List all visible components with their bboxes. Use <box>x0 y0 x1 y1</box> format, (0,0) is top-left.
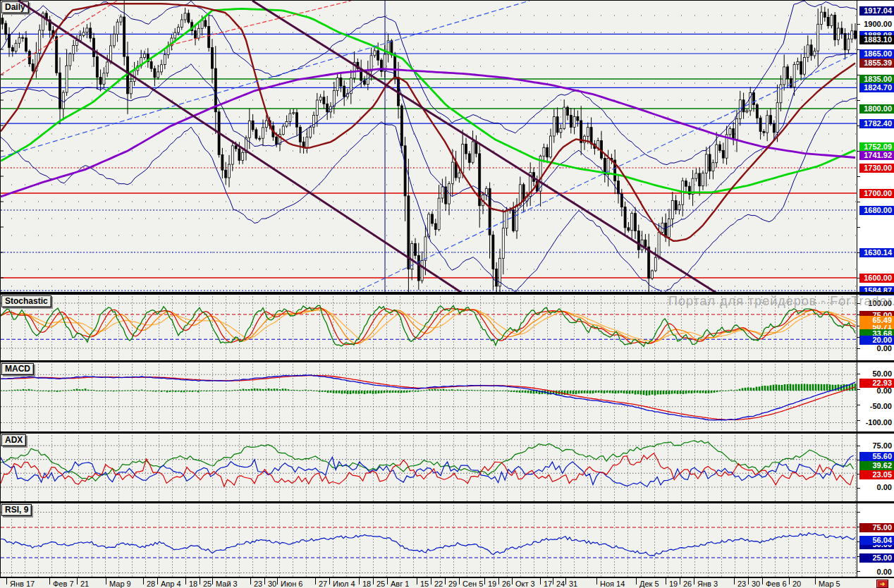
macd-histogram-bar <box>745 388 747 391</box>
watermark: Портал для трейдеров - ForTrader.ru <box>668 294 894 309</box>
time-axis-tick <box>200 578 200 584</box>
macd-histogram-bar <box>56 391 59 392</box>
candle-body <box>441 187 443 198</box>
time-axis-label: 15 <box>420 580 429 588</box>
macd-histogram-bar <box>440 389 442 391</box>
candle-body <box>611 158 613 160</box>
rsi-title[interactable]: RSI, 9 <box>1 504 32 516</box>
macd-histogram-bar <box>510 391 513 392</box>
candle-body <box>310 127 312 137</box>
candle-body <box>282 126 284 134</box>
macd-histogram-bar <box>389 391 391 393</box>
axis-scale-label: 1900.00 <box>859 20 894 29</box>
chart-timeframe-label[interactable]: Daily <box>1 1 29 13</box>
macd-histogram-bar <box>564 391 566 395</box>
macd-histogram-bar <box>697 391 699 393</box>
macd-histogram-bar <box>372 391 374 394</box>
macd-histogram-bar <box>598 391 600 393</box>
stochastic-title[interactable]: Stochastic <box>1 295 51 307</box>
candle-body <box>448 184 451 204</box>
candle-body <box>82 32 85 36</box>
macd-histogram-bar <box>587 391 589 393</box>
macd-histogram-bar <box>302 390 304 391</box>
candle-body <box>204 20 207 27</box>
candle-body <box>570 116 572 128</box>
candle-body <box>350 78 352 94</box>
candle-body <box>516 205 518 231</box>
macd-histogram-bar <box>632 391 634 393</box>
macd-histogram-bar <box>612 391 614 393</box>
candle-body <box>62 92 64 109</box>
macd-histogram-bar <box>76 388 78 391</box>
macd-histogram-bar <box>756 387 758 391</box>
candle-body <box>279 134 281 144</box>
macd-histogram-bar <box>110 391 112 391</box>
macd-histogram-bar <box>124 391 126 391</box>
rsi-panel[interactable]: RSI, 9 <box>0 503 857 577</box>
candle-body <box>560 128 562 132</box>
axis-scale-label: 0.00 <box>859 568 894 577</box>
macd-histogram-bar <box>234 390 236 391</box>
candle-body <box>756 105 758 118</box>
price-level-label: 1730.00 <box>859 164 894 173</box>
candle-body <box>424 237 427 260</box>
candle-body <box>584 136 586 142</box>
macd-histogram-bar <box>307 391 310 391</box>
time-axis-tick <box>694 578 694 584</box>
time-axis-tick <box>49 578 50 584</box>
macd-histogram-bar <box>203 391 205 391</box>
candle-body <box>201 20 203 28</box>
candle-body <box>231 146 233 164</box>
macd-histogram-bar <box>454 390 456 391</box>
macd-histogram-bar <box>147 391 149 391</box>
adx-panel[interactable]: ADX <box>0 434 857 501</box>
candle-body <box>590 128 592 145</box>
price-level-label: 1680.00 <box>859 206 894 215</box>
candle-body <box>347 94 349 97</box>
candle-body <box>221 154 223 170</box>
macd-panel[interactable]: MACD <box>0 362 857 431</box>
macd-histogram-bar <box>79 389 81 391</box>
macd-histogram-bar <box>649 391 651 396</box>
time-axis-label: Авг 1 <box>391 580 409 588</box>
scroll-to-end-button[interactable]: ➜ <box>876 580 888 588</box>
candle-body <box>411 244 413 269</box>
macd-histogram-bar <box>770 385 772 391</box>
candle-body <box>252 121 254 130</box>
macd-histogram-bar <box>71 390 73 391</box>
candle-body <box>651 271 654 278</box>
time-axis-tick <box>77 578 78 584</box>
time-axis-tick <box>417 578 417 584</box>
time-axis-tick <box>387 578 388 584</box>
candle-body <box>627 228 630 231</box>
stoch-signal <box>1 308 855 343</box>
candle-body <box>665 223 667 237</box>
candle-body <box>15 43 17 51</box>
time-axis-label: 26 <box>502 580 510 588</box>
candle-body <box>35 54 37 71</box>
candle-body <box>580 121 582 142</box>
price-level-label: 22.93 <box>859 379 894 388</box>
candle-body <box>272 125 274 137</box>
candle-body <box>780 85 782 103</box>
adx-title[interactable]: ADX <box>1 434 26 446</box>
time-axis-label: Дек 5 <box>639 580 659 588</box>
macd-histogram-bar <box>82 389 84 391</box>
main-price-chart[interactable]: Daily <box>0 1 857 292</box>
macd-histogram-bar <box>711 391 713 393</box>
candle-body <box>11 47 13 51</box>
candle-body <box>759 118 761 131</box>
time-axis-tick <box>445 578 446 584</box>
macd-histogram-bar <box>367 391 369 393</box>
macd-histogram-bar <box>716 391 718 392</box>
macd-histogram-bar <box>575 391 577 394</box>
candle-body <box>705 154 707 173</box>
macd-histogram-bar <box>646 391 648 396</box>
candle-body <box>550 136 552 157</box>
candle-body <box>113 35 115 46</box>
time-axis-tick <box>212 578 213 584</box>
candle-body <box>847 39 850 50</box>
macd-title[interactable]: MACD <box>1 363 34 375</box>
macd-histogram-bar <box>251 389 253 391</box>
candle-body <box>343 86 345 97</box>
